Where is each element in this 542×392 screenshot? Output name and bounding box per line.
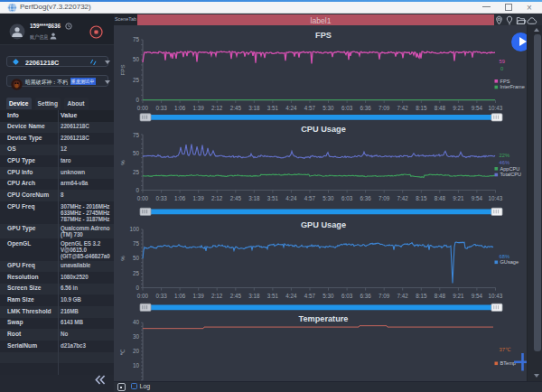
svg-text:37℃: 37℃ bbox=[500, 347, 511, 352]
svg-text:25: 25 bbox=[133, 270, 140, 276]
svg-text:GPU Usage: GPU Usage bbox=[301, 220, 346, 229]
svg-text:1:06: 1:06 bbox=[174, 293, 186, 299]
svg-text:8:48: 8:48 bbox=[435, 293, 446, 299]
svg-text:2:45: 2:45 bbox=[230, 293, 242, 299]
svg-text:8:48: 8:48 bbox=[435, 195, 446, 201]
svg-text:7:09: 7:09 bbox=[378, 105, 390, 111]
svg-text:CPU Usage: CPU Usage bbox=[301, 125, 346, 134]
svg-text:50: 50 bbox=[133, 150, 140, 156]
svg-text:0:00: 0:00 bbox=[137, 105, 149, 111]
svg-text:8:15: 8:15 bbox=[416, 105, 427, 111]
svg-text:22%: 22% bbox=[500, 153, 510, 158]
svg-text:2:45: 2:45 bbox=[230, 105, 242, 111]
svg-text:GUsage: GUsage bbox=[500, 259, 519, 265]
svg-text:4:57: 4:57 bbox=[304, 105, 316, 111]
svg-text:FPS: FPS bbox=[500, 79, 510, 84]
svg-text:3:18: 3:18 bbox=[248, 105, 260, 111]
svg-text:40: 40 bbox=[133, 319, 140, 325]
svg-text:100: 100 bbox=[129, 226, 139, 232]
svg-text:0:33: 0:33 bbox=[155, 293, 167, 299]
svg-text:2:45: 2:45 bbox=[230, 195, 242, 201]
svg-text:InterFrame: InterFrame bbox=[500, 84, 525, 89]
svg-text:7:42: 7:42 bbox=[397, 293, 409, 299]
svg-text:10: 10 bbox=[133, 362, 140, 369]
svg-text:7:09: 7:09 bbox=[378, 195, 390, 201]
svg-text:50: 50 bbox=[133, 56, 140, 62]
svg-text:Temperature: Temperature bbox=[299, 314, 349, 323]
svg-text:TotalCPU: TotalCPU bbox=[500, 172, 522, 177]
svg-text:0: 0 bbox=[500, 66, 503, 71]
svg-text:4:24: 4:24 bbox=[285, 293, 297, 299]
svg-text:1:39: 1:39 bbox=[193, 293, 205, 299]
svg-text:0:33: 0:33 bbox=[155, 195, 167, 201]
svg-text:0: 0 bbox=[136, 285, 139, 291]
svg-text:25: 25 bbox=[133, 77, 140, 83]
svg-text:10:43: 10:43 bbox=[489, 195, 503, 201]
svg-text:1:06: 1:06 bbox=[174, 195, 186, 201]
svg-text:9:54: 9:54 bbox=[472, 105, 483, 111]
svg-text:68%: 68% bbox=[500, 254, 510, 259]
svg-text:%: % bbox=[119, 160, 126, 165]
svg-text:9:54: 9:54 bbox=[472, 293, 483, 299]
svg-text:0:00: 0:00 bbox=[137, 195, 149, 201]
svg-text:59: 59 bbox=[500, 59, 505, 64]
svg-text:4:24: 4:24 bbox=[285, 195, 297, 201]
svg-text:6:36: 6:36 bbox=[360, 105, 371, 111]
svg-text:2:12: 2:12 bbox=[211, 293, 223, 299]
svg-text:1:06: 1:06 bbox=[174, 105, 186, 111]
svg-text:75: 75 bbox=[133, 132, 140, 138]
svg-text:FPS: FPS bbox=[315, 31, 332, 40]
svg-text:3:51: 3:51 bbox=[267, 105, 279, 111]
svg-text:2:12: 2:12 bbox=[211, 105, 223, 111]
svg-text:AppCPU: AppCPU bbox=[500, 166, 520, 172]
svg-text:0:33: 0:33 bbox=[155, 105, 167, 111]
svg-text:6:36: 6:36 bbox=[360, 293, 371, 299]
svg-text:3:18: 3:18 bbox=[248, 293, 260, 299]
svg-text:3:51: 3:51 bbox=[267, 293, 279, 299]
svg-text:9:21: 9:21 bbox=[453, 293, 464, 299]
svg-text:75: 75 bbox=[133, 36, 140, 42]
svg-text:4:24: 4:24 bbox=[285, 105, 297, 111]
svg-text:℃: ℃ bbox=[119, 349, 126, 355]
svg-text:75: 75 bbox=[133, 240, 140, 247]
svg-text:4:57: 4:57 bbox=[304, 195, 316, 201]
svg-text:10:43: 10:43 bbox=[489, 105, 503, 111]
svg-text:25: 25 bbox=[133, 169, 140, 175]
svg-text:6:03: 6:03 bbox=[341, 105, 353, 111]
svg-text:3:51: 3:51 bbox=[267, 195, 279, 201]
svg-text:8:48: 8:48 bbox=[435, 105, 446, 111]
svg-text:10:43: 10:43 bbox=[489, 293, 503, 299]
svg-text:9:54: 9:54 bbox=[472, 195, 483, 201]
svg-text:5:30: 5:30 bbox=[322, 293, 334, 299]
svg-text:20: 20 bbox=[133, 348, 140, 354]
svg-text:6:36: 6:36 bbox=[360, 195, 371, 201]
svg-text:9:21: 9:21 bbox=[453, 105, 464, 111]
svg-text:5:30: 5:30 bbox=[322, 105, 334, 111]
svg-text:FPS: FPS bbox=[119, 64, 126, 75]
svg-text:46%: 46% bbox=[500, 160, 510, 165]
svg-text:BTemp: BTemp bbox=[500, 360, 516, 366]
svg-text:50: 50 bbox=[133, 255, 140, 261]
svg-text:6:03: 6:03 bbox=[341, 195, 353, 201]
svg-text:7:42: 7:42 bbox=[397, 195, 409, 201]
svg-text:%: % bbox=[119, 256, 126, 261]
svg-text:0:00: 0:00 bbox=[137, 293, 149, 299]
svg-text:3:18: 3:18 bbox=[248, 195, 260, 201]
svg-text:30: 30 bbox=[133, 333, 140, 340]
svg-text:7:09: 7:09 bbox=[378, 293, 390, 299]
svg-text:9:21: 9:21 bbox=[453, 195, 464, 201]
svg-text:0: 0 bbox=[136, 97, 139, 103]
svg-text:0: 0 bbox=[136, 187, 139, 193]
svg-text:2:12: 2:12 bbox=[211, 195, 223, 201]
svg-text:1:39: 1:39 bbox=[193, 105, 205, 111]
svg-text:4:57: 4:57 bbox=[304, 293, 316, 299]
svg-text:8:15: 8:15 bbox=[416, 293, 427, 299]
svg-text:7:42: 7:42 bbox=[397, 105, 409, 111]
svg-text:1:39: 1:39 bbox=[193, 195, 205, 201]
svg-text:5:30: 5:30 bbox=[322, 195, 334, 201]
svg-text:8:15: 8:15 bbox=[416, 195, 427, 201]
svg-text:6:03: 6:03 bbox=[341, 293, 353, 299]
